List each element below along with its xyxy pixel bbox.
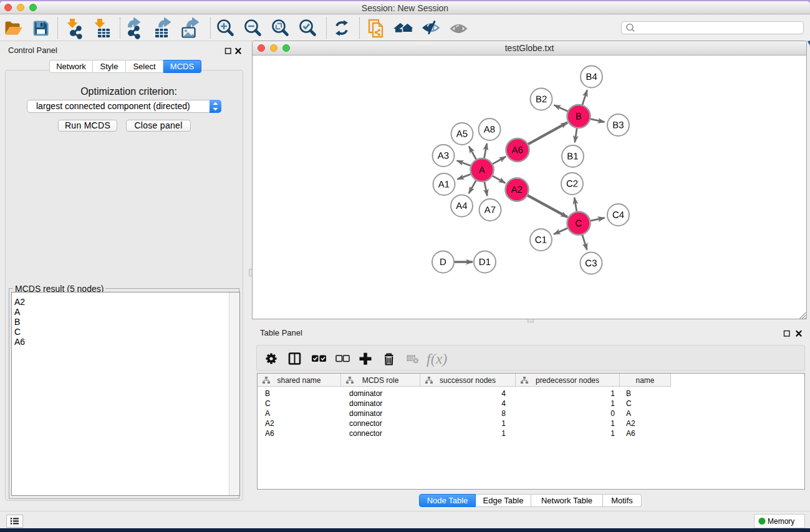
svg-text:A5: A5 <box>456 128 468 138</box>
svg-text:Memory: Memory <box>768 517 794 526</box>
svg-text:B2: B2 <box>536 94 547 104</box>
svg-text:D: D <box>440 256 446 267</box>
svg-text:A3: A3 <box>438 150 449 160</box>
svg-text:B: B <box>576 111 582 122</box>
svg-text:f(x): f(x) <box>427 351 447 367</box>
svg-text:B3: B3 <box>612 120 624 130</box>
svg-text:B4: B4 <box>586 71 597 82</box>
svg-text:C4: C4 <box>612 210 624 220</box>
svg-text:C1: C1 <box>535 235 547 245</box>
svg-text:D1: D1 <box>479 256 491 267</box>
svg-text:A: A <box>479 164 485 175</box>
svg-text:C: C <box>576 218 582 228</box>
svg-text:C2: C2 <box>566 178 578 189</box>
svg-text:A8: A8 <box>484 123 495 134</box>
svg-text:A2: A2 <box>511 184 523 195</box>
svg-text:A7: A7 <box>485 204 496 215</box>
svg-text:C3: C3 <box>585 258 597 268</box>
svg-text:A1: A1 <box>438 178 450 189</box>
svg-text:A4: A4 <box>456 200 467 211</box>
svg-text:A6: A6 <box>512 144 523 155</box>
svg-text:B1: B1 <box>567 151 578 162</box>
